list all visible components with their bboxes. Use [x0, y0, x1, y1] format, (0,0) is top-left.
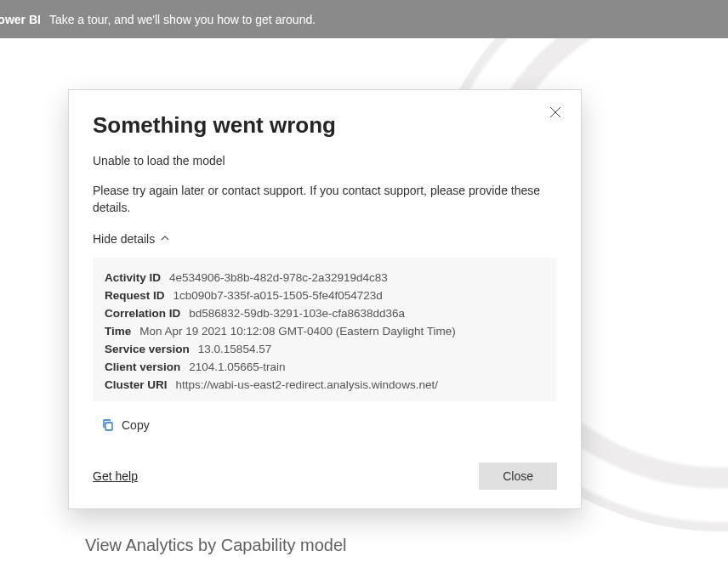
detail-value: 13.0.15854.57 — [198, 341, 271, 359]
copy-button[interactable]: Copy — [93, 413, 557, 437]
banner-text: Take a tour, and we'll show you how to g… — [49, 13, 316, 26]
detail-row-client-version: Client version 2104.1.05665-train — [105, 359, 545, 377]
detail-value: 2104.1.05665-train — [189, 359, 285, 377]
detail-label: Time — [105, 323, 131, 341]
detail-label: Request ID — [105, 287, 165, 305]
detail-row-request-id: Request ID 1cb090b7-335f-a015-1505-5fe4f… — [105, 287, 545, 305]
detail-label: Client version — [105, 359, 180, 377]
chevron-up-icon — [160, 232, 170, 246]
copy-label: Copy — [122, 418, 150, 432]
detail-row-service-version: Service version 13.0.15854.57 — [105, 341, 545, 359]
detail-label: Correlation ID — [105, 305, 180, 323]
dialog-footer: Get help Close — [93, 463, 557, 490]
svg-rect-2 — [105, 423, 112, 430]
detail-value: 4e534906-3b8b-482d-978c-2a32919d4c83 — [169, 270, 388, 287]
detail-label: Service version — [105, 341, 190, 359]
detail-row-activity-id: Activity ID 4e534906-3b8b-482d-978c-2a32… — [105, 270, 545, 287]
detail-row-correlation-id: Correlation ID bd586832-59db-3291-103e-c… — [105, 305, 545, 323]
close-icon[interactable] — [549, 105, 566, 122]
detail-value: Mon Apr 19 2021 10:12:08 GMT-0400 (Easte… — [139, 323, 455, 341]
toggle-label: Hide details — [93, 232, 155, 246]
detail-value: https://wabi-us-east2-redirect.analysis.… — [176, 377, 438, 395]
error-dialog: Something went wrong Unable to load the … — [68, 89, 582, 509]
detail-value: bd586832-59db-3291-103e-cfa8638dd36a — [189, 305, 405, 323]
detail-row-time: Time Mon Apr 19 2021 10:12:08 GMT-0400 (… — [105, 323, 545, 341]
toggle-details[interactable]: Hide details — [93, 232, 170, 246]
tour-banner: Power BI Take a tour, and we'll show you… — [0, 0, 728, 38]
detail-value: 1cb090b7-335f-a015-1505-5fe4f054723d — [173, 287, 383, 305]
page-title: View Analytics by Capability model — [85, 536, 347, 555]
detail-label: Cluster URI — [105, 377, 168, 395]
dialog-message: Please try again later or contact suppor… — [93, 183, 557, 216]
dialog-subtitle: Unable to load the model — [93, 154, 557, 167]
copy-icon — [101, 418, 115, 432]
dialog-title: Something went wrong — [93, 112, 557, 139]
details-panel: Activity ID 4e534906-3b8b-482d-978c-2a32… — [93, 258, 557, 400]
detail-label: Activity ID — [105, 270, 161, 287]
close-button[interactable]: Close — [479, 463, 557, 490]
get-help-link[interactable]: Get help — [93, 469, 138, 483]
detail-row-cluster-uri: Cluster URI https://wabi-us-east2-redire… — [105, 377, 545, 395]
brand-label: Power BI — [0, 13, 41, 26]
